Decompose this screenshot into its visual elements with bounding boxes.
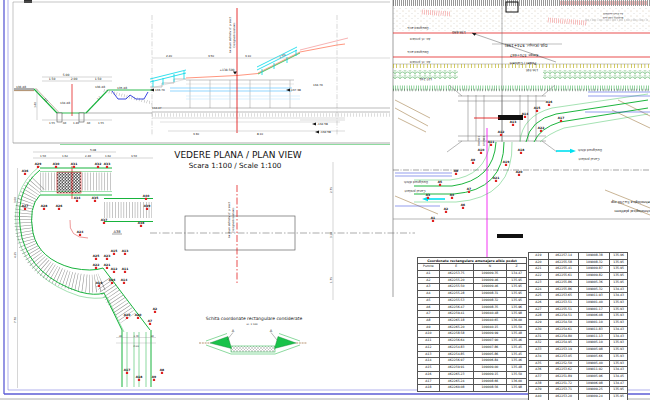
coordinate-cell: A6 bbox=[418, 304, 440, 311]
coordinate-cell: 462253.62 bbox=[548, 367, 579, 374]
axis-label: Ax. cf. proiect bbox=[409, 60, 430, 64]
table-row: A20462255.58109008.32135.95 bbox=[529, 259, 628, 266]
column-header: E bbox=[439, 264, 473, 271]
coordinate-cell: 135.93 bbox=[610, 340, 628, 347]
survey-point-marker bbox=[24, 208, 26, 210]
table-row: A9462265.20109040.15135.50 bbox=[418, 324, 527, 331]
coordinate-cell: A12 bbox=[418, 344, 440, 351]
coordinate-cell: 462255.53 bbox=[439, 297, 473, 304]
survey-point-marker bbox=[468, 191, 470, 193]
coordinate-cell: 462255.51 bbox=[548, 306, 579, 313]
coordinate-cell: A20 bbox=[529, 259, 549, 266]
coordinate-cell: 136.00 bbox=[507, 318, 527, 325]
table-row: A27462255.51109001.17135.93 bbox=[529, 306, 628, 313]
coordinate-cell: 462256.97 bbox=[439, 358, 473, 365]
dim-label: 5.08 bbox=[90, 148, 96, 152]
coordinate-cell: 462265.24 bbox=[439, 378, 473, 385]
coordinate-cell: A32 bbox=[529, 340, 549, 347]
dim-label: .30 bbox=[62, 121, 67, 125]
survey-point-marker bbox=[106, 258, 108, 260]
coordinate-cell: A17 bbox=[418, 378, 440, 385]
survey-point-marker bbox=[73, 166, 75, 168]
survey-point-marker bbox=[103, 222, 105, 224]
survey-point-marker bbox=[123, 282, 125, 284]
table-row: A33462253.19109005.98135.93 bbox=[529, 347, 628, 354]
plan-road-axis: Ax drum definitiv cf. proiect Designed r… bbox=[228, 185, 237, 285]
dim-label: 4.25 bbox=[14, 252, 17, 258]
survey-point-marker bbox=[472, 162, 474, 164]
survey-point-marker bbox=[95, 258, 97, 260]
table-row: A2462255.20109009.46135.95 bbox=[418, 277, 527, 284]
survey-point-label: A26 bbox=[56, 204, 63, 208]
elevation-label: 136.48 bbox=[16, 85, 26, 89]
coordinate-cell: 109008.31 bbox=[473, 291, 507, 298]
table-row: A32462254.95109005.10135.93 bbox=[529, 340, 628, 347]
survey-point-label: A29 bbox=[35, 162, 42, 166]
coordinate-cell: 462257.14 bbox=[548, 253, 579, 260]
survey-point-label: A12 bbox=[498, 130, 505, 134]
coordinate-cell: 109009.15 bbox=[473, 371, 507, 378]
existing-axis-note: Existing road axis bbox=[602, 16, 623, 19]
survey-point-marker bbox=[138, 379, 140, 381]
coordinate-cell: 462256.47 bbox=[439, 304, 473, 311]
table-row: A14462256.97109006.84135.46 bbox=[418, 358, 527, 365]
table-row: A18462260.08109008.56135.98 bbox=[418, 385, 527, 392]
coordinate-cell: A38 bbox=[529, 380, 549, 387]
coordinate-cell: A2 bbox=[418, 277, 440, 284]
dim-label: 1.55 bbox=[98, 121, 104, 125]
coordinate-cell: A35 bbox=[529, 360, 549, 367]
coordinate-cell: 462253.65 bbox=[548, 293, 579, 300]
survey-point-marker bbox=[432, 220, 434, 222]
coordinate-cell: A29 bbox=[529, 320, 549, 327]
table-row: A3462255.50109009.46135.95 bbox=[418, 284, 527, 291]
canal-label: Canal proiect bbox=[578, 157, 600, 161]
table-row: A30462254.61109011.83134.43 bbox=[529, 326, 628, 333]
survey-point-label: A25 bbox=[93, 254, 100, 258]
elevation-label: 135.48 bbox=[117, 86, 127, 90]
coordinate-cell: 109005.98 bbox=[579, 347, 610, 354]
coordinate-cell: 109040.15 bbox=[473, 324, 507, 331]
dim-label: 3.10 bbox=[330, 232, 333, 238]
survey-point-marker bbox=[97, 166, 99, 168]
table-row: A10462258.58109009.99135.48 bbox=[418, 331, 527, 338]
coordinate-cell: A1 bbox=[418, 271, 440, 278]
axis-label: Ax. cf. proiect bbox=[409, 37, 430, 41]
coordinate-cell: 135.95 bbox=[610, 387, 628, 394]
coordinate-cell: 462258.58 bbox=[439, 331, 473, 338]
axis-label: Designed axis bbox=[407, 50, 429, 54]
coordinate-cell: A33 bbox=[529, 347, 549, 354]
survey-point-marker bbox=[512, 124, 514, 126]
table-row: A6462256.47109008.35135.96 bbox=[418, 304, 527, 311]
coordinate-cell: 462253.05 bbox=[548, 353, 579, 360]
coordinate-cell: 109007.86 bbox=[473, 344, 507, 351]
plan-scale: Scara 1:100 / Scale 1:100 bbox=[189, 161, 282, 170]
table-row: A34462253.05109005.66135.93 bbox=[529, 353, 628, 360]
table-row: A15462259.91109009.00135.48 bbox=[418, 365, 527, 372]
dim-label: 1.02 bbox=[105, 154, 111, 158]
coordinate-cell: A9 bbox=[418, 324, 440, 331]
elevation-label: 136.442 bbox=[477, 136, 480, 146]
dim-label: 1.62 bbox=[62, 154, 68, 158]
coordinate-cell: 109008.35 bbox=[473, 304, 507, 311]
coordinate-cell: A16 bbox=[418, 371, 440, 378]
dim-label: 2.40 bbox=[85, 154, 91, 158]
plan-title: VEDERE PLANA / PLAN VIEW bbox=[174, 150, 302, 160]
canal-label: Designed ditch bbox=[404, 180, 428, 184]
table-row: A35462252.50109005.40135.93 bbox=[529, 360, 628, 367]
coordinate-cell: 109009.87 bbox=[579, 266, 610, 273]
survey-point-label: A4 bbox=[450, 193, 454, 197]
coordinate-cell: 109005.96 bbox=[579, 373, 610, 380]
coordinate-cell: 109008.66 bbox=[473, 378, 507, 385]
axis-label: Ax drum definitiv cf. proiect bbox=[228, 202, 231, 238]
coordinate-cell: 462254.80 bbox=[548, 333, 579, 340]
survey-point-marker bbox=[76, 200, 78, 202]
coordinate-cell: 109008.38 bbox=[579, 253, 610, 260]
survey-point-label: A14 bbox=[522, 112, 529, 116]
axis-label: Designed road axis bbox=[232, 207, 235, 233]
column-header: Z bbox=[507, 264, 527, 271]
survey-point-marker bbox=[140, 225, 142, 227]
coordinate-cell: A5 bbox=[418, 297, 440, 304]
coordinate-cell: 462254.95 bbox=[548, 340, 579, 347]
coordinate-cell: 135.93 bbox=[610, 306, 628, 313]
survey-point-marker bbox=[560, 120, 562, 122]
